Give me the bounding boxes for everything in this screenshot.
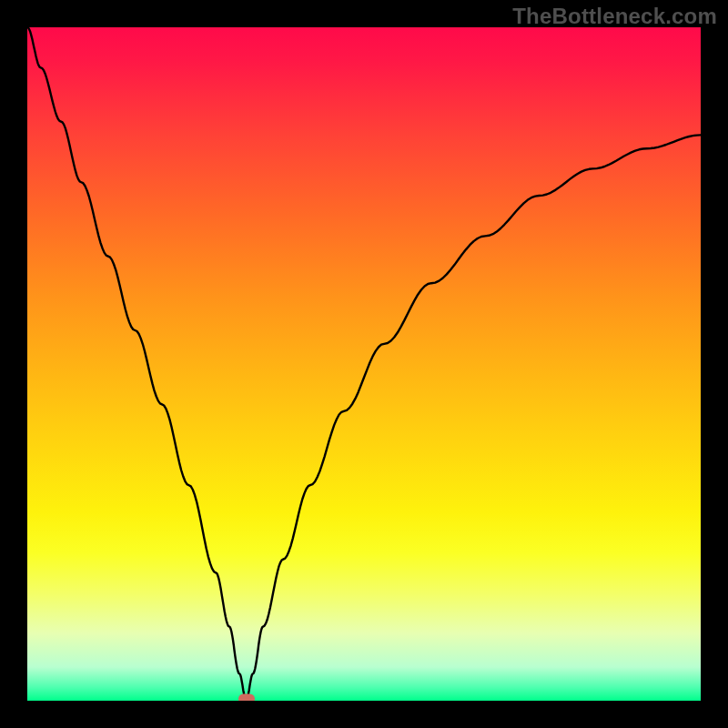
chart-frame: TheBottleneck.com [0,0,728,728]
minimum-marker [238,694,255,702]
bottleneck-curve [27,27,701,701]
watermark-text: TheBottleneck.com [512,4,717,29]
plot-area [27,27,701,701]
